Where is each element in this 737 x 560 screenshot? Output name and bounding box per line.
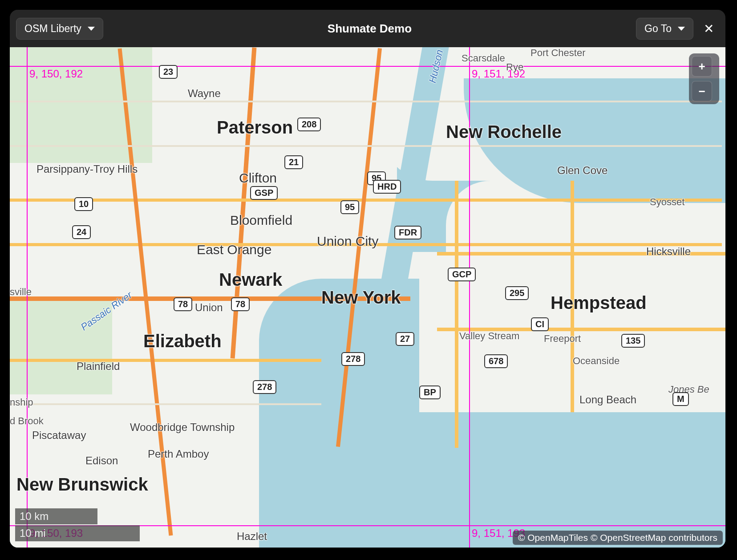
place-label: Freeport xyxy=(544,333,581,345)
route-shield: 21 xyxy=(284,155,303,169)
place-label: Syosset xyxy=(650,196,684,208)
route-shield: CI xyxy=(531,317,549,331)
headerbar: OSM Liberty Shumate Demo Go To ✕ xyxy=(10,10,725,47)
route-shield: 208 xyxy=(297,118,321,131)
close-button[interactable]: ✕ xyxy=(698,18,719,39)
plus-icon: + xyxy=(698,60,705,73)
place-label: Parsippany-Troy Hills xyxy=(36,163,138,175)
road xyxy=(10,359,321,362)
place-label: Rye xyxy=(506,61,523,73)
style-dropdown-label: OSM Liberty xyxy=(24,23,81,35)
place-label: Newark xyxy=(219,270,282,290)
zoom-controls: + − xyxy=(689,53,719,104)
scale-metric: 10 km xyxy=(15,508,97,524)
map-viewport[interactable]: 9, 150, 192 9, 151, 192 9, 150, 193 9, 1… xyxy=(10,47,725,548)
place-label: nship xyxy=(10,397,33,408)
road xyxy=(10,145,722,147)
route-shield: 678 xyxy=(484,354,508,368)
road xyxy=(455,181,458,448)
route-shield: BP xyxy=(419,386,441,399)
place-label: Oceanside xyxy=(573,355,620,367)
route-shield: GCP xyxy=(448,268,476,281)
place-label: Woodbridge Township xyxy=(130,421,235,434)
route-shield: HRD xyxy=(373,180,401,194)
scale-imperial: 10 mi xyxy=(15,525,140,541)
route-shield: 135 xyxy=(621,334,645,348)
minus-icon: − xyxy=(698,85,705,98)
route-shield: M xyxy=(672,392,689,406)
place-label: New Brunswick xyxy=(16,475,148,495)
place-label: Union xyxy=(195,301,223,314)
place-label: Perth Amboy xyxy=(148,448,209,460)
goto-dropdown-label: Go To xyxy=(644,23,672,35)
place-label: Hicksville xyxy=(646,245,691,258)
road xyxy=(10,101,722,102)
route-shield: 10 xyxy=(74,197,93,211)
place-label: Wayne xyxy=(188,87,221,100)
route-shield: 278 xyxy=(253,380,276,394)
place-label: Elizabeth xyxy=(143,331,222,351)
place-label: Valley Stream xyxy=(459,330,519,342)
route-shield: 24 xyxy=(72,225,91,239)
chevron-down-icon xyxy=(88,27,95,31)
zoom-in-button[interactable]: + xyxy=(692,56,712,77)
place-label: Piscataway xyxy=(32,429,86,442)
place-label: d Brook xyxy=(10,415,44,427)
place-label: New York xyxy=(321,288,401,308)
chevron-down-icon xyxy=(678,27,685,31)
place-label: Edison xyxy=(85,454,118,467)
place-label: Hazlet xyxy=(237,530,267,543)
route-shield: FDR xyxy=(394,226,421,239)
route-shield: GSP xyxy=(250,186,278,200)
place-label: New Rochelle xyxy=(446,122,562,142)
route-shield: 78 xyxy=(231,297,250,311)
goto-dropdown[interactable]: Go To xyxy=(636,18,693,40)
place-label: Paterson xyxy=(217,118,293,138)
place-label: Scarsdale xyxy=(462,53,505,64)
zoom-out-button[interactable]: − xyxy=(692,81,712,101)
place-label: Clifton xyxy=(239,170,277,186)
route-shield: 78 xyxy=(174,297,192,311)
place-label: Long Beach xyxy=(579,394,636,406)
road xyxy=(10,403,321,405)
tile-grid-line xyxy=(10,66,725,67)
place-label: Plainfield xyxy=(77,360,120,373)
place-label: East Orange xyxy=(197,242,271,257)
route-shield: 27 xyxy=(396,332,414,346)
tile-label: 9, 150, 192 xyxy=(29,68,83,80)
place-label: Bloomfield xyxy=(230,213,292,228)
place-label: Hempstead xyxy=(551,293,647,313)
style-dropdown[interactable]: OSM Liberty xyxy=(16,18,103,40)
route-shield: 295 xyxy=(505,286,529,300)
scale-indicator: 10 km 10 mi xyxy=(15,507,140,541)
route-shield: 95 xyxy=(340,200,359,214)
attribution-label: © OpenMapTiles © OpenStreetMap contribut… xyxy=(513,531,723,545)
route-shield: 23 xyxy=(159,65,178,79)
place-label: Port Chester xyxy=(530,47,586,59)
place-label: Union City xyxy=(317,234,378,249)
place-label: sville xyxy=(10,286,32,298)
place-label: Glen Cove xyxy=(557,164,607,177)
atlantic xyxy=(384,412,725,548)
route-shield: 278 xyxy=(341,352,365,366)
window-title: Shumate Demo xyxy=(103,22,636,36)
close-icon: ✕ xyxy=(704,21,714,36)
app-window: OSM Liberty Shumate Demo Go To ✕ xyxy=(10,10,725,548)
